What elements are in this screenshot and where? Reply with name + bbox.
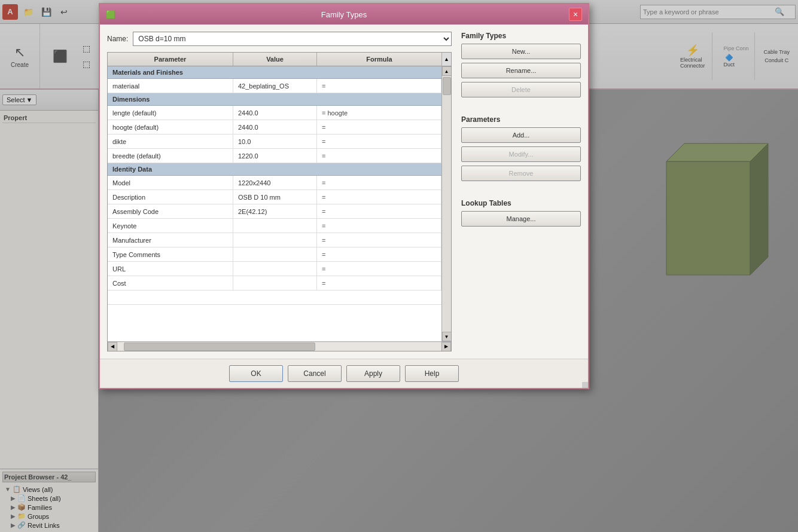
formula-cell-hoogte[interactable]: = [317, 120, 441, 134]
h-scroll-thumb[interactable] [124, 343, 315, 351]
scroll-down-button[interactable]: ▼ [442, 332, 452, 341]
param-cell-manufacturer: Manufacturer [108, 233, 233, 247]
scroll-thumb[interactable] [443, 77, 451, 95]
formula-cell-keynote[interactable]: = [317, 219, 441, 233]
param-cell-hoogte: hoogte (default) [108, 120, 233, 134]
formula-cell-model[interactable]: = [317, 176, 441, 189]
add-parameter-button[interactable]: Add... [461, 127, 581, 143]
table-row[interactable]: Type Comments = [108, 247, 441, 262]
horizontal-scrollbar[interactable]: ◀ ▶ [108, 341, 451, 351]
table-row[interactable]: lengte (default) 2440.0 = hoogte [108, 106, 441, 120]
value-cell-keynote[interactable] [233, 219, 317, 233]
table-row[interactable]: breedte (default) 1220.0 = [108, 149, 441, 163]
table-row[interactable]: Cost = [108, 276, 441, 291]
family-types-section-title: Family Types [461, 32, 581, 40]
formula-cell-lengte[interactable]: = hoogte [317, 106, 441, 120]
formula-cell-url[interactable]: = [317, 262, 441, 276]
param-cell-dikte: dikte [108, 134, 233, 148]
dialog-resize-handle[interactable] [582, 382, 588, 388]
lookup-tables-section-title: Lookup Tables [461, 199, 581, 207]
scroll-up-button[interactable]: ▲ [442, 66, 452, 76]
value-cell-description[interactable]: OSB D 10 mm [233, 190, 317, 204]
param-cell-description: Description [108, 190, 233, 204]
table-row[interactable]: dikte 10.0 = [108, 134, 441, 149]
param-cell-url: URL [108, 262, 233, 276]
formula-cell-manufacturer[interactable]: = [317, 233, 441, 247]
family-types-section: Family Types New... Rename... Delete [461, 32, 581, 97]
table-row[interactable]: Keynote = [108, 219, 441, 233]
delete-type-button[interactable]: Delete [461, 82, 581, 97]
value-cell-breedte[interactable]: 1220.0 [233, 149, 317, 163]
manage-lookup-button[interactable]: Manage... [461, 211, 581, 227]
new-type-button[interactable]: New... [461, 44, 581, 59]
value-cell-type-comments[interactable] [233, 247, 317, 261]
formula-cell-dikte[interactable]: = [317, 134, 441, 148]
param-cell-cost: Cost [108, 276, 233, 290]
materials-section-label: Materials and Finishes [108, 66, 441, 78]
dimensions-section-label: Dimensions [108, 93, 441, 105]
formula-cell-assembly[interactable]: = [317, 204, 441, 218]
help-button[interactable]: Help [405, 365, 459, 382]
value-col-label: Value [266, 56, 284, 63]
name-label: Name: [107, 35, 128, 43]
dialog-title: Family Types [321, 10, 367, 19]
formula-cell-cost[interactable]: = [317, 276, 441, 290]
modify-parameter-button[interactable]: Modify... [461, 146, 581, 162]
ok-button[interactable]: OK [229, 365, 283, 382]
value-cell-assembly[interactable]: 2E(42.12) [233, 204, 317, 218]
param-cell-materiaal: materiaal [108, 79, 233, 93]
dimensions-section-header: Dimensions [108, 93, 441, 106]
parameter-col-header: Parameter [108, 53, 233, 66]
param-cell-type-comments: Type Comments [108, 247, 233, 261]
formula-col-header: Formula [317, 53, 441, 66]
table-row[interactable]: URL = [108, 262, 441, 276]
table-row[interactable]: Manufacturer = [108, 233, 441, 247]
formula-col-label: Formula [366, 56, 392, 63]
table-row[interactable]: materiaal 42_beplating_OS = [108, 79, 441, 93]
table-row[interactable]: hoogte (default) 2440.0 = [108, 120, 441, 134]
table-row[interactable]: Model 1220x2440 = [108, 176, 441, 190]
dialog-close-button[interactable]: × [569, 8, 582, 21]
parameters-section: Parameters Add... Modify... Remove [461, 115, 581, 181]
table-row[interactable]: Description OSB D 10 mm = [108, 190, 441, 204]
dialog-right-panel: Family Types New... Rename... Delete Par… [461, 32, 581, 351]
formula-cell-breedte[interactable]: = [317, 149, 441, 163]
value-cell-lengte[interactable]: 2440.0 [233, 106, 317, 120]
vertical-scrollbar[interactable]: ▲ ▼ [441, 66, 451, 341]
lookup-tables-section: Lookup Tables Manage... [461, 199, 581, 227]
materials-section-header: Materials and Finishes [108, 66, 441, 79]
table-row[interactable]: Assembly Code 2E(42.12) = [108, 204, 441, 219]
identity-section-label: Identity Data [108, 163, 441, 175]
name-dropdown[interactable]: OSB d=10 mm [133, 32, 452, 46]
value-cell-materiaal[interactable]: 42_beplating_OS [233, 79, 317, 93]
param-cell-model: Model [108, 176, 233, 189]
value-cell-manufacturer[interactable] [233, 233, 317, 247]
apply-button[interactable]: Apply [346, 365, 400, 382]
dialog-titlebar: 🟩 Family Types × [100, 4, 588, 25]
param-cell-lengte: lengte (default) [108, 106, 233, 120]
scroll-right-button[interactable]: ▶ [441, 342, 451, 351]
param-cell-keynote: Keynote [108, 219, 233, 233]
scroll-left-button[interactable]: ◀ [108, 342, 117, 351]
value-cell-model[interactable]: 1220x2440 [233, 176, 317, 189]
table-body[interactable]: Materials and Finishes materiaal 42_bepl… [108, 66, 441, 341]
rename-type-button[interactable]: Rename... [461, 63, 581, 78]
formula-cell-type-comments[interactable]: = [317, 247, 441, 261]
value-cell-url[interactable] [233, 262, 317, 276]
family-types-dialog: 🟩 Family Types × Name: OSB d=10 mm Param… [99, 3, 589, 389]
close-icon: × [573, 10, 578, 19]
scroll-up-arrow[interactable]: ▲ [441, 53, 451, 66]
dialog-footer: OK Cancel Apply Help [100, 359, 588, 388]
h-scroll-track[interactable] [118, 343, 441, 351]
dialog-body: Name: OSB d=10 mm Parameter Value Formul… [100, 25, 588, 359]
remove-parameter-button[interactable]: Remove [461, 166, 581, 181]
table-row-empty [108, 291, 441, 305]
parameters-section-title: Parameters [461, 115, 581, 124]
value-cell-cost[interactable] [233, 276, 317, 290]
formula-cell-description[interactable]: = [317, 190, 441, 204]
value-cell-hoogte[interactable]: 2440.0 [233, 120, 317, 134]
cancel-button[interactable]: Cancel [288, 365, 342, 382]
formula-cell-materiaal[interactable]: = [317, 79, 441, 93]
dialog-icon: 🟩 [106, 10, 119, 19]
value-cell-dikte[interactable]: 10.0 [233, 134, 317, 148]
